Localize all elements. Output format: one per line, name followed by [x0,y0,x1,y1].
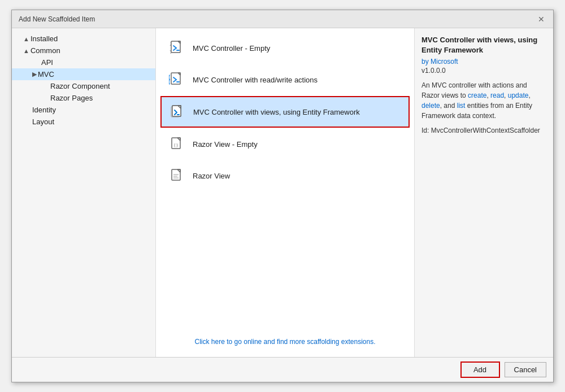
detail-description: An MVC controller with actions and Razor… [421,80,546,121]
mvc-expand-icon: ▶ [32,71,37,78]
tree-installed-label: Installed [31,34,58,43]
mvc-empty-label: MVC Controller - Empty [193,44,270,53]
close-button[interactable]: ✕ [536,14,546,24]
detail-title: MVC Controller with views, using Entity … [421,35,546,55]
tree-item-identity[interactable]: Identity [12,104,155,116]
left-panel-tree: ▲ Installed ▲ Common API ▶ MVC Razor Com… [12,28,156,357]
add-scaffolded-item-dialog: Add New Scaffolded Item ✕ ▲ Installed ▲ … [11,10,554,382]
tree-razor-pages-label: Razor Pages [50,94,93,102]
razor-empty-label: Razor View - Empty [193,140,258,149]
scaffold-items-panel: MVC Controller - Empty MVC Controller w [156,28,415,357]
detail-id: Id: MvcControllerWithContextScaffolder [421,127,546,134]
tree-layout-label: Layout [32,117,54,126]
tree-installed[interactable]: ▲ Installed [12,33,155,45]
razor-view-label: Razor View [193,172,230,180]
tree-razor-component-label: Razor Component [50,82,110,90]
razor-icon [168,167,186,185]
scaffold-item-mvc-ef[interactable]: MVC Controller with views, using Entity … [160,96,410,128]
detail-author[interactable]: by Microsoft [421,58,546,66]
mvc-ef-icon [168,103,186,121]
tree-item-mvc[interactable]: ▶ MVC [12,68,155,80]
mvc-ef-label: MVC Controller with views, using Entity … [193,108,360,116]
title-bar: Add New Scaffolded Item ✕ [12,10,553,28]
common-expand-icon: ▲ [23,47,29,54]
cancel-button[interactable]: Cancel [505,362,546,377]
svg-text:{}: {} [173,142,179,148]
scaffold-item-mvc-read-write[interactable]: MVC Controller with read/write actions [160,64,410,95]
tree-expand-icon: ▲ [23,36,29,42]
scaffold-item-mvc-empty[interactable]: MVC Controller - Empty [160,33,410,63]
mvc-readwrite-label: MVC Controller with read/write actions [193,76,318,84]
razor-empty-icon: {} [168,135,186,153]
mvc-empty-icon [168,39,186,57]
mvc-readwrite-icon [168,71,186,89]
online-link[interactable]: Click here to go online and find more sc… [160,331,410,352]
dialog-title: Add New Scaffolded Item [19,15,95,23]
detail-version: v1.0.0.0 [421,67,546,75]
tree-mvc-label: MVC [38,70,54,79]
tree-item-api[interactable]: API [12,56,155,68]
add-button[interactable]: Add [460,361,500,378]
detail-panel: MVC Controller with views, using Entity … [415,28,553,357]
tree-common-label: Common [31,46,60,55]
scaffold-item-razor-empty[interactable]: {} Razor View - Empty [160,129,410,159]
tree-item-razor-component[interactable]: Razor Component [12,80,155,92]
dialog-footer: Add Cancel [12,357,553,382]
tree-item-common[interactable]: ▲ Common [12,45,155,56]
tree-identity-label: Identity [32,106,56,114]
tree-item-razor-pages[interactable]: Razor Pages [12,92,155,104]
scaffold-item-razor-view[interactable]: Razor View [160,160,410,191]
tree-item-layout[interactable]: Layout [12,116,155,128]
dialog-content: ▲ Installed ▲ Common API ▶ MVC Razor Com… [12,28,553,357]
tree-api-label: API [41,58,53,67]
